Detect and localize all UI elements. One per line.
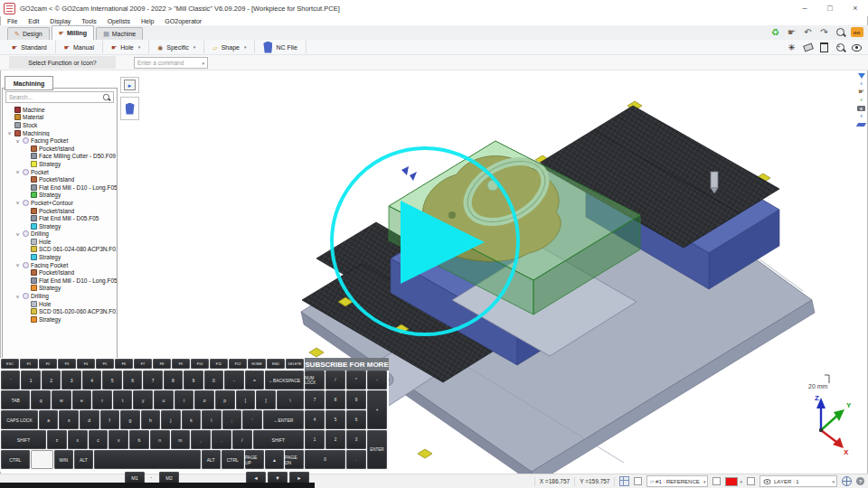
key-←backspace[interactable]: ←BACKSPACE [265,371,304,389]
key-r[interactable]: r [92,390,112,409]
key-esc[interactable]: ESC [1,359,19,369]
command-combobox[interactable]: Enter a command ▾ [134,57,208,69]
reference-select[interactable]: ▱ #1 : REFERENCE ▾ [646,475,708,487]
tab-milling[interactable]: ☛Milling [52,25,94,40]
tree-item[interactable]: Hole [3,238,117,246]
tree-item[interactable]: vDrilling [3,230,117,239]
key-alt[interactable]: ALT [74,450,93,469]
key-k[interactable]: k [182,410,202,429]
expander-icon[interactable]: v [14,200,21,205]
key-4[interactable]: 4 [82,371,101,389]
zoom-plus-button[interactable] [834,42,847,53]
tree-item[interactable]: Pocket/Island [3,207,117,215]
key-page dn[interactable]: PAGE DN [285,450,304,469]
burst-button[interactable]: ✳ [785,42,798,53]
key--[interactable]: - [367,371,387,389]
menu-help[interactable]: Help [136,18,159,24]
key-f7[interactable]: F7 [134,359,152,369]
key-f5[interactable]: F5 [96,359,114,369]
menu-edit[interactable]: Edit [23,18,44,24]
key-8[interactable]: 8 [326,390,345,409]
key-;[interactable]: ; [222,410,242,429]
menu-opelists[interactable]: Opelists [102,18,136,24]
close-button[interactable]: × [843,0,868,16]
key-7[interactable]: 7 [143,371,162,389]
key-[[interactable]: [ [236,390,256,409]
toolbar-button-shape[interactable]: ▱Shape▾ [204,41,255,53]
tree-item[interactable]: Pocket/Island [3,145,117,153]
tree-item[interactable]: Hole [3,300,117,308]
tree-item[interactable]: Stock [3,121,117,129]
tree-item[interactable]: vPocket+Contour [3,199,117,207]
color-select[interactable]: ▾ [725,477,742,486]
key-\[interactable]: \ [277,390,304,409]
key-4[interactable]: 4 [305,410,325,429]
menu-go2operator[interactable]: GO2operator [159,18,207,24]
key-*[interactable]: * [346,371,366,389]
eye-button[interactable] [850,42,863,53]
key-space[interactable] [31,450,53,469]
key-m[interactable]: m [171,430,191,449]
key-6[interactable]: 6 [346,410,366,429]
tree-item[interactable]: Material [3,114,117,122]
key-f3[interactable]: F3 [58,359,76,369]
key-9[interactable]: 9 [184,371,203,389]
key-shift[interactable]: SHIFT [1,430,46,449]
expander-icon[interactable]: v [14,262,21,267]
toolbar-button-standard[interactable]: ☛Standard [4,41,56,53]
expander-icon[interactable]: v [6,130,13,136]
key-0[interactable]: 0 [305,450,345,469]
key-6[interactable]: 6 [123,371,142,389]
key-b[interactable]: b [129,430,149,449]
key-t[interactable]: t [113,390,133,409]
key-a[interactable]: a [39,410,59,429]
toolbar-button-manual[interactable]: ☛Manual [56,41,103,53]
key-z[interactable]: z [47,430,67,449]
zoom-button[interactable] [834,26,847,38]
key-=[interactable]: = [245,371,264,389]
key-f8[interactable]: F8 [153,359,171,369]
key-delete[interactable]: DELETE [286,359,304,369]
expander-icon[interactable]: v [14,294,21,299]
key-w[interactable]: w [52,390,71,409]
chevron-button[interactable]: ‹ [856,113,867,120]
reference-checkbox[interactable] [634,477,642,485]
tab-machine[interactable]: ▤Machine [96,27,143,40]
tree-item[interactable]: Flat End Mill - D10 - Long.F05 [3,277,117,285]
key-c[interactable]: c [89,430,108,449]
wedge-button[interactable] [856,121,867,128]
key-g[interactable]: g [120,410,140,429]
pan-button[interactable]: ☛ [785,26,798,38]
tree-item[interactable]: Flat End Mill - D05.F05 [3,214,117,222]
tree-item[interactable]: Strategy [3,160,117,168]
key-j[interactable]: j [161,410,181,429]
tree-item[interactable]: vFacing Pocket [3,136,117,145]
tree-item[interactable]: vMachining [3,129,117,137]
key-7[interactable]: 7 [305,390,325,409]
key-i[interactable]: i [175,390,194,409]
layer-select[interactable]: LAYER : 1 ▾ [760,475,837,487]
minimize-button[interactable]: – [792,0,817,16]
chevron-green-button[interactable]: ‹ [856,97,867,104]
globe-icon[interactable] [842,476,852,486]
key-x[interactable]: x [68,430,88,449]
key-win[interactable]: WIN [54,450,73,469]
key-5[interactable]: 5 [326,410,345,429]
tree-item[interactable]: vFacing Pocket [3,261,117,269]
key-page up[interactable]: PAGE UP [245,450,264,469]
grid-icon[interactable] [619,476,629,486]
key-h[interactable]: h [141,410,161,429]
tree-item[interactable]: Strategy [3,315,117,324]
chevron-button[interactable]: ‹ [856,80,867,88]
key-f1[interactable]: F1 [20,359,38,369]
tree-item[interactable]: Pocket/Island [3,268,117,277]
key-p[interactable]: p [215,390,235,409]
menu-display[interactable]: Display [44,18,76,24]
key-.[interactable]: . [212,430,231,449]
expander-icon[interactable]: v [14,169,21,174]
menu-file[interactable]: File [2,18,23,24]
undo-button[interactable]: ↶ [801,26,815,38]
key-0[interactable]: 0 [204,371,223,389]
key-shift[interactable]: SHIFT [253,430,305,449]
key-1[interactable]: 1 [21,371,40,389]
